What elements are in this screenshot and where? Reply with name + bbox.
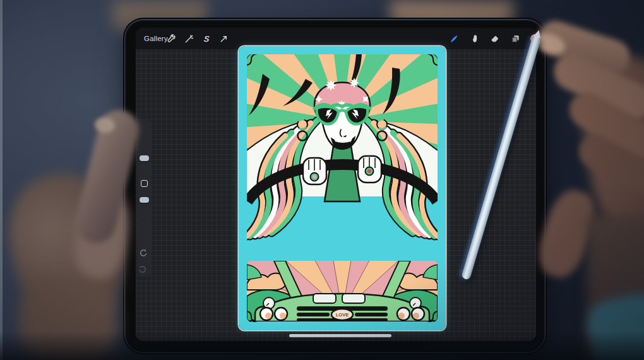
canvas-artwork: LOVE xyxy=(239,46,446,330)
undo-icon xyxy=(138,248,148,258)
magic-wand-icon xyxy=(184,34,194,44)
car-badge-text: LOVE xyxy=(336,312,349,318)
wrench-icon xyxy=(167,34,176,44)
selection-s-icon: S xyxy=(203,34,210,44)
smudge-finger-icon xyxy=(470,34,480,44)
undo-button[interactable] xyxy=(138,248,148,258)
layers-icon xyxy=(511,34,520,44)
frame-edge-highlight xyxy=(0,0,3,360)
modify-button[interactable] xyxy=(141,180,148,187)
selection-button[interactable]: S xyxy=(200,32,213,45)
brush-button[interactable] xyxy=(447,32,461,45)
opacity-slider[interactable] xyxy=(140,197,149,203)
layers-button[interactable] xyxy=(508,32,522,45)
actions-button[interactable] xyxy=(164,32,178,45)
home-indicator[interactable] xyxy=(289,334,391,337)
eraser-icon xyxy=(491,34,500,44)
brush-size-slider[interactable] xyxy=(140,155,149,161)
drawing-canvas[interactable]: LOVE xyxy=(239,46,446,330)
adjustments-button[interactable] xyxy=(182,32,196,45)
app-screen: Gallery S xyxy=(136,28,536,341)
move-arrow-icon xyxy=(219,34,229,44)
redo-icon xyxy=(138,264,148,275)
smudge-button[interactable] xyxy=(468,32,482,45)
brush-icon xyxy=(450,34,459,44)
transform-button[interactable] xyxy=(217,32,230,45)
redo-button[interactable] xyxy=(138,264,148,275)
eraser-button[interactable] xyxy=(488,32,502,45)
